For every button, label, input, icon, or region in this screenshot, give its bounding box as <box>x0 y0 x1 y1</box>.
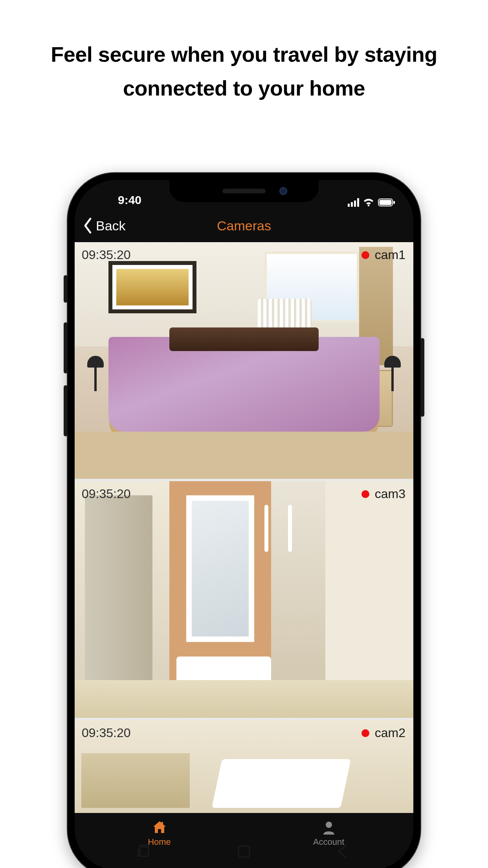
battery-icon <box>378 198 395 207</box>
chevron-left-icon <box>83 218 94 234</box>
marketing-headline: Feel secure when you travel by staying c… <box>0 0 488 105</box>
recent-apps-icon[interactable] <box>134 841 155 862</box>
camera-name: cam3 <box>375 487 405 501</box>
page-title: Cameras <box>217 218 271 234</box>
svg-point-4 <box>326 822 332 828</box>
phone-mockup: 9:40 Back Cameras <box>68 173 420 868</box>
home-softkey-icon[interactable] <box>234 841 254 862</box>
svg-rect-1 <box>380 200 392 205</box>
back-button[interactable]: Back <box>83 209 126 242</box>
camera-feed-cam3[interactable]: 09:35:20 cam3 <box>75 481 413 720</box>
svg-rect-2 <box>393 201 395 204</box>
android-softkeys <box>95 837 393 866</box>
camera-feed-cam2[interactable]: 09:35:20 cam2 <box>75 720 413 820</box>
camera-preview <box>75 242 413 479</box>
camera-feed-cam1[interactable]: 09:35:20 cam1 <box>75 242 413 481</box>
account-icon <box>321 820 337 835</box>
recording-indicator-icon <box>361 251 369 259</box>
phone-mute-switch <box>64 275 68 303</box>
phone-volume-down <box>64 385 68 436</box>
camera-timestamp: 09:35:20 <box>82 487 131 501</box>
back-label: Back <box>96 218 126 234</box>
cellular-signal-icon <box>348 198 359 207</box>
back-softkey-icon[interactable] <box>333 841 354 862</box>
svg-rect-3 <box>161 822 163 825</box>
phone-front-camera <box>279 187 287 195</box>
recording-indicator-icon <box>361 729 369 737</box>
camera-timestamp: 09:35:20 <box>82 248 131 262</box>
camera-list[interactable]: 09:35:20 cam1 09:35:20 cam3 <box>75 242 413 822</box>
camera-timestamp: 09:35:20 <box>82 726 131 740</box>
camera-name: cam2 <box>375 726 405 740</box>
wifi-icon <box>363 198 374 207</box>
camera-name: cam1 <box>375 248 405 262</box>
camera-preview <box>75 481 413 718</box>
nav-bar: Back Cameras <box>75 209 413 242</box>
home-icon <box>152 820 167 835</box>
phone-volume-up <box>64 322 68 373</box>
phone-power-button <box>420 338 424 417</box>
svg-rect-5 <box>238 846 250 857</box>
status-time: 9:40 <box>90 193 169 207</box>
phone-speaker <box>222 189 266 193</box>
recording-indicator-icon <box>361 490 369 498</box>
phone-screen: 9:40 Back Cameras <box>75 180 413 868</box>
phone-notch <box>169 180 319 202</box>
